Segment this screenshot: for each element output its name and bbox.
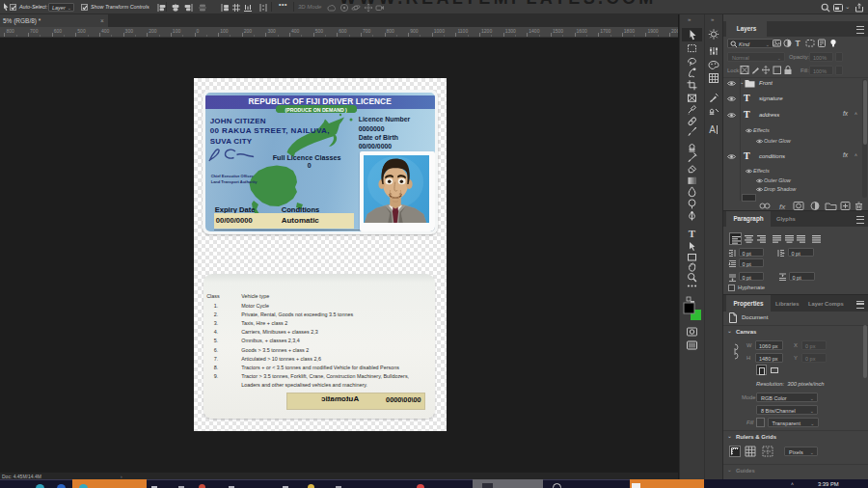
svg-text:T: T	[689, 228, 696, 239]
svg-text:T: T	[796, 39, 801, 48]
svg-text:A: A	[709, 124, 716, 135]
